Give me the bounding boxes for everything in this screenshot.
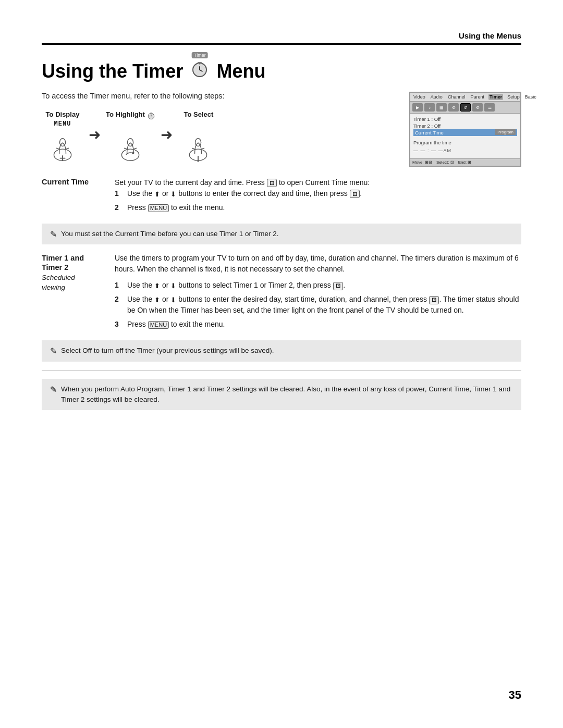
timer12-row: Timer 1 and Timer 2 Scheduled viewing Us… <box>42 253 521 333</box>
svg-rect-2 <box>198 62 202 64</box>
tv-bottom-bar: Move: ⊞⊟ Select: ⊡ End: ⊞ <box>410 158 520 166</box>
step2-label: To Highlight <box>106 110 145 118</box>
note-icon-3: ✎ <box>50 385 57 394</box>
timer-icon <box>190 59 209 78</box>
menu-btn-inline2: MENU <box>148 321 169 329</box>
svg-point-24 <box>198 161 200 162</box>
note-text-1: You must set the Current Time before you… <box>61 229 278 239</box>
note-box-1: ✎ You must set the Current Time before y… <box>42 224 521 244</box>
tv-bottom-end: End: ⊞ <box>458 160 472 165</box>
page-title-part2: Menu <box>216 60 265 82</box>
header-bar: Using the Menus <box>42 31 521 45</box>
current-time-section: Current Time Set your TV to the current … <box>42 177 521 216</box>
tv-menu-audio: Audio <box>430 94 444 100</box>
svg-line-8 <box>66 148 69 149</box>
timer12-body: Use the timers to program your TV to tur… <box>115 253 521 333</box>
note-box-3: ✎ When you perform Auto Program, Timer 1… <box>42 379 521 411</box>
current-time-label: Current Time <box>42 177 109 216</box>
timer12-step2: 2 Use the ⬆ or ⬇ buttons to enter the de… <box>115 294 521 316</box>
note-text-3: When you perform Auto Program, Timer 1 a… <box>61 384 513 405</box>
header-title: Using the Menus <box>459 31 521 40</box>
note-box-2: ✎ Select Off to turn off the Timer (your… <box>42 340 521 361</box>
arrow1-icon: ➜ <box>83 126 106 143</box>
svg-line-17 <box>133 148 137 149</box>
tv-icon-2: ♪ <box>424 103 435 112</box>
tv-row-programtime: Program the time <box>413 139 517 146</box>
tv-icon-timer: ⏱ <box>460 103 471 112</box>
page-number: 35 <box>509 688 521 702</box>
svg-point-20 <box>195 139 201 146</box>
current-time-text: Set your TV to the current day and time.… <box>115 177 521 188</box>
step2-timer-icon <box>147 112 155 120</box>
select-btn-inline4: ⊡ <box>429 296 439 304</box>
step3-item: To Select <box>178 110 219 162</box>
tv-icons-row: ▶ ♪ ▦ ⚙ ⏱ ⚙ ☰ <box>410 102 520 114</box>
note-text-2: Select Off to turn off the Timer (your p… <box>61 346 274 356</box>
svg-rect-12 <box>150 113 152 113</box>
tv-icon-4: ⚙ <box>448 103 459 112</box>
tv-screen: Video Audio Channel Parent Timer Setup B… <box>409 92 521 167</box>
timer12-section: Timer 1 and Timer 2 Scheduled viewing Us… <box>42 253 521 333</box>
timer12-step1: 1 Use the ⬆ or ⬇ buttons to select Timer… <box>115 280 521 291</box>
tv-icon-3: ▦ <box>436 103 447 112</box>
timer12-label: Timer 1 and <box>42 253 109 262</box>
tv-menu-parent: Parent <box>469 94 485 100</box>
svg-line-7 <box>56 148 59 149</box>
step1-item: To Display MENU <box>42 110 83 162</box>
select-btn-inline2: ⊡ <box>350 190 360 198</box>
steps-row: To Display MENU ➜ <box>42 110 399 162</box>
tv-time-dashes: — — : — —AM <box>413 148 451 153</box>
tv-content: Timer 1 : Off Timer 2 : Off Current Time… <box>410 114 520 155</box>
select-btn-inline3: ⊡ <box>333 282 344 290</box>
tv-menu-video: Video <box>412 94 426 100</box>
page-title-row: Using the Timer Timer Menu <box>42 60 521 82</box>
svg-point-14 <box>121 149 139 161</box>
tv-icon-7: ☰ <box>484 103 495 112</box>
hand-swipe-icon <box>116 131 145 162</box>
current-time-row: Current Time Set your TV to the current … <box>42 177 521 216</box>
hand-select-icon <box>184 131 213 162</box>
tv-time-row: — — : — —AM <box>413 148 517 153</box>
step1-label: To Display <box>46 110 80 118</box>
page-title-part1: Using the Timer <box>42 60 183 82</box>
intro-text: To access the Timer menu, refer to the f… <box>42 92 399 100</box>
current-time-step2: 2 Press MENU to exit the menu. <box>115 202 521 213</box>
svg-point-6 <box>59 139 65 146</box>
current-time-step1: 1 Use the ⬆ or ⬇ buttons to enter the co… <box>115 188 521 199</box>
svg-point-15 <box>127 139 133 146</box>
note-icon-1: ✎ <box>50 229 57 239</box>
step1-sublabel: MENU <box>54 120 71 128</box>
tv-row-timer2: Timer 2 : Off <box>413 122 517 129</box>
intro-text-col: To access the Timer menu, refer to the f… <box>42 92 399 167</box>
tv-menu-basic: Basic <box>524 94 537 100</box>
tv-menu-setup: Setup <box>506 94 521 100</box>
step2-item: To Highlight <box>106 110 155 162</box>
tv-menu-bar: Video Audio Channel Parent Timer Setup B… <box>410 93 520 102</box>
tv-icon-1: ▶ <box>412 103 423 112</box>
hand-press-icon <box>48 131 77 162</box>
current-time-body: Set your TV to the current day and time.… <box>115 177 521 216</box>
intro-box: To access the Timer menu, refer to the f… <box>42 92 521 167</box>
svg-line-21 <box>192 148 195 149</box>
tv-program-btn: Program <box>495 129 516 135</box>
select-btn-inline1: ⊡ <box>267 179 277 187</box>
tv-menu-timer: Timer <box>488 94 503 100</box>
menu-btn-inline1: MENU <box>148 204 169 212</box>
arrow2-icon: ➜ <box>155 126 178 143</box>
svg-line-16 <box>124 148 127 149</box>
timer12-intro: Use the timers to program your TV to tur… <box>115 253 521 275</box>
timer12-label4: viewing <box>42 283 109 291</box>
tv-bottom-select: Select: ⊡ <box>436 160 454 165</box>
note-icon-2: ✎ <box>50 346 57 356</box>
timer12-step3: 3 Press MENU to exit the menu. <box>115 319 521 330</box>
tv-icon-6: ⚙ <box>472 103 483 112</box>
svg-line-22 <box>202 148 205 149</box>
tv-row-timer1: Timer 1 : Off <box>413 116 517 122</box>
tv-bottom-move: Move: ⊞⊟ <box>412 160 432 165</box>
tv-row-currenttime: Current Time Program <box>413 129 517 136</box>
tv-menu-channel: Channel <box>447 94 467 100</box>
timer12-label-col: Timer 1 and Timer 2 Scheduled viewing <box>42 253 109 333</box>
divider <box>42 370 521 371</box>
timer12-label3: Scheduled <box>42 274 109 281</box>
step3-label: To Select <box>183 110 213 118</box>
